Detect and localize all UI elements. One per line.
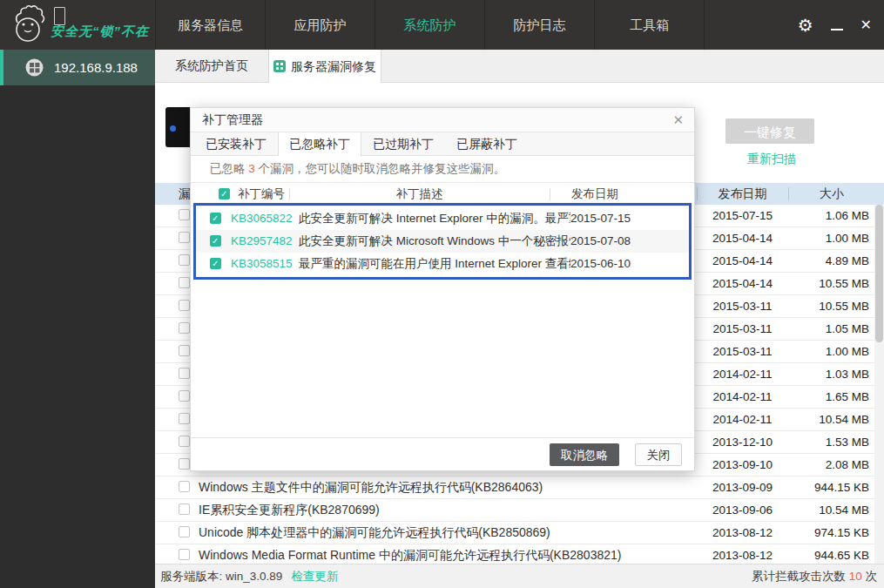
checkbox-icon[interactable] [179,368,190,379]
vuln-size: 1.00 MB [765,227,869,249]
attack-counter: 累计拦截攻击次数 10 次 [752,569,884,585]
vuln-fix-tab-icon [273,60,286,72]
sidebar-item-server[interactable]: 192.168.9.188 [0,50,155,85]
attack-count: 10 [849,570,862,583]
ignored-count: 3 [248,162,255,175]
nav-item-4[interactable]: 防护日志 [484,0,594,50]
vuln-size-header: 大小 [788,183,875,205]
vuln-size: 1.03 MB [765,363,869,385]
table-row[interactable]: Unicode 脚本处理器中的漏洞可能允许远程执行代码(KB2850869)20… [155,522,884,544]
one-key-fix-button[interactable]: 一键修复 [725,118,814,144]
check-update-link[interactable]: 检查更新 [291,569,338,585]
checkbox-icon[interactable] [179,390,190,402]
page-tab-label: 系统防护首页 [175,58,248,72]
patch-tab-2[interactable]: 已忽略补丁 [278,132,361,156]
nav-item-5[interactable]: 工具箱 [594,0,705,50]
vuln-size: 4.89 MB [765,250,869,272]
checkbox-icon[interactable] [179,277,190,288]
checkbox-checked-icon[interactable] [210,235,221,247]
patch-desc: 此安全更新可解决 Microsoft Windows 中一个秘密报告的漏洞 [299,230,570,253]
settings-gear-icon[interactable]: ⚙ [798,17,813,34]
brand-slogan: 安全无“锁”不在 [51,24,149,40]
checkbox-icon[interactable] [179,526,190,537]
page-tab-1[interactable]: 系统防护首页 [155,50,268,83]
page-tab-label: 服务器漏洞修复 [291,51,376,83]
patch-date: 2015-07-15 [570,207,631,230]
info-prefix: 已忽略 [210,162,248,175]
patch-tab-4[interactable]: 已屏蔽补丁 [445,132,529,156]
seal-stamp-icon [54,7,65,25]
patch-tab-3[interactable]: 已过期补丁 [361,132,445,156]
nav-item-2[interactable]: 应用防护 [265,0,375,50]
patch-tab-1[interactable]: 已安装补丁 [194,132,278,156]
table-row[interactable]: IE累积安全更新程序(KB2870699)2013-09-0610.54 MB [155,499,884,522]
checkbox-icon[interactable] [179,209,190,220]
column-separator [550,188,550,200]
page-tab-2[interactable]: 服务器漏洞修复 [268,50,381,83]
checkbox-icon[interactable] [179,254,190,266]
checkbox-icon[interactable] [179,322,190,334]
server-ip: 192.168.9.188 [54,60,138,75]
table-row[interactable]: Windows Media Format Runtime 中的漏洞可能允许远程执… [155,544,884,564]
nav-item-3[interactable]: 系统防护 [375,0,484,50]
patch-row[interactable]: KB2957482此安全更新可解决 Microsoft Windows 中一个秘… [196,230,689,253]
select-all-checkbox[interactable] [219,188,230,199]
checkbox-icon[interactable] [179,458,190,470]
vuln-size: 974.15 KB [765,522,869,544]
topbar-nav: 服务器信息应用防护系统防护防护日志工具箱 [155,0,705,50]
patch-desc: 最严重的漏洞可能在用户使用 Internet Explorer 查看经特殊设 [299,253,570,275]
checkbox-icon[interactable] [179,436,190,447]
server-globe-icon [25,58,44,77]
lion-lock-logo-icon [7,3,49,47]
vuln-size: 10.55 MB [765,295,869,317]
patch-manager-dialog: 补丁管理器 ✕ 已安装补丁已忽略补丁已过期补丁已屏蔽补丁 已忽略 3 个漏洞，您… [190,107,695,471]
checkbox-icon[interactable] [179,549,190,560]
checkbox-icon[interactable] [179,504,190,515]
scrollbar-thumb[interactable] [875,205,883,342]
checkbox-checked-icon[interactable] [210,258,221,269]
checkbox-icon[interactable] [179,413,190,424]
attack-suffix: 次 [862,570,877,583]
close-dialog-button[interactable]: 关闭 [635,443,682,466]
checkbox-icon[interactable] [179,300,190,311]
vuln-size: 1.05 MB [765,318,869,340]
vuln-size: 1.65 MB [765,386,869,408]
dialog-close-icon[interactable]: ✕ [672,108,684,132]
vuln-size: 2.08 MB [765,454,869,476]
nav-item-1[interactable]: 服务器信息 [155,0,265,50]
vuln-size: 1.00 MB [765,341,869,362]
vuln-name: IE累积安全更新程序(KB2870699) [199,499,380,521]
scrollbar[interactable] [874,205,884,564]
patch-id: KB3065822 [231,207,293,230]
patch-date: 2015-06-10 [570,253,631,275]
patch-row[interactable]: KB3058515最严重的漏洞可能在用户使用 Internet Explorer… [196,253,689,275]
checkbox-icon[interactable] [179,232,190,243]
checkbox-checked-icon[interactable] [210,213,221,224]
info-suffix: 个漏洞，您可以随时取消忽略并修复这些漏洞。 [255,162,505,175]
checkbox-icon[interactable] [179,481,190,492]
vuln-size: 1.53 MB [765,431,869,453]
ignored-info-text: 已忽略 3 个漏洞，您可以随时取消忽略并修复这些漏洞。 [191,156,694,183]
sidebar: 192.168.9.188 [0,50,155,588]
patch-desc: 此安全更新可解决 Internet Explorer 中的漏洞。最严重的漏洞 [299,207,570,230]
window-controls: ⚙ ✕ [798,0,872,50]
checkbox-icon[interactable] [179,345,190,356]
patch-date: 2015-07-08 [570,230,631,253]
vuln-size: 10.55 MB [765,273,869,294]
version-group: 服务端版本: win_3.0.89 检查更新 [155,569,338,585]
patch-id: KB3058515 [231,253,293,275]
patch-row[interactable]: KB3065822此安全更新可解决 Internet Explorer 中的漏洞… [196,207,689,230]
modal-tabs: 已安装补丁已忽略补丁已过期补丁已屏蔽补丁 [191,132,694,156]
attack-prefix: 累计拦截攻击次数 [752,570,849,583]
vuln-name: Windows 主题文件中的漏洞可能允许远程执行代码(KB2864063) [199,476,543,498]
minimize-icon[interactable] [831,29,843,30]
server-version: 服务端版本: win_3.0.89 [160,569,282,585]
vuln-size: 944.15 KB [765,476,869,498]
patch-id: KB2957482 [231,230,293,253]
selected-rows-box: KB3065822此安全更新可解决 Internet Explorer 中的漏洞… [193,203,692,280]
cancel-ignore-button[interactable]: 取消忽略 [550,443,619,466]
rescan-link[interactable]: 重新扫描 [747,152,796,167]
table-row[interactable]: Windows 主题文件中的漏洞可能允许远程执行代码(KB2864063)201… [155,476,884,499]
app-logo: 安全无“锁”不在 [7,3,155,47]
close-window-icon[interactable]: ✕ [860,17,872,33]
